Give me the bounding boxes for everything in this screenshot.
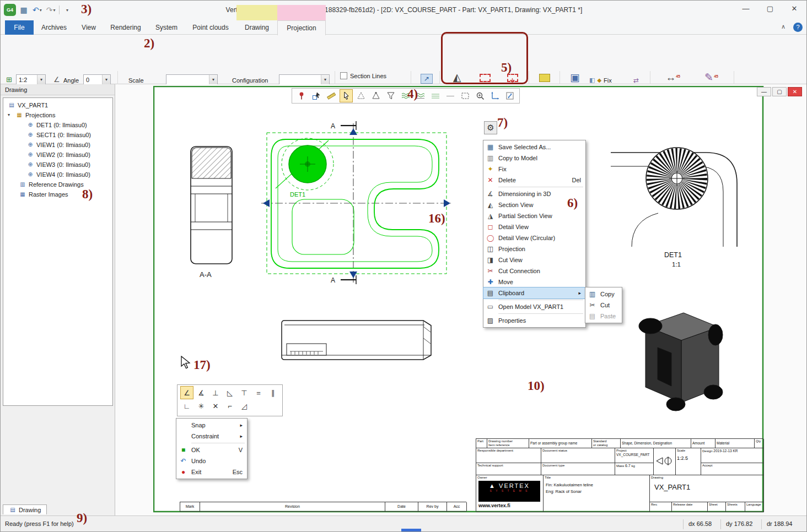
chevron-down-icon[interactable]: ▾ (8, 110, 13, 120)
mdi-minimize-button[interactable]: — (757, 87, 771, 96)
cross-snap-icon[interactable]: ✕ (209, 400, 222, 413)
select-cursor-icon[interactable] (340, 89, 353, 102)
menu-item-fix[interactable]: ✦Fix (483, 164, 585, 175)
tab-projection[interactable]: Projection (277, 20, 326, 35)
scale-combo[interactable]: ▾ (166, 74, 218, 85)
app-logo[interactable]: G4 (4, 4, 16, 16)
angle-combo[interactable]: 0▾ (83, 74, 111, 85)
combo-arrow-icon[interactable]: ▾ (321, 75, 329, 85)
thin-line-icon[interactable] (444, 89, 457, 102)
angle-arc-constraint-icon[interactable]: ∡ (195, 387, 208, 400)
tab-view[interactable]: View (74, 20, 103, 35)
measure-ruler-icon[interactable] (325, 89, 338, 102)
redo-icon: ↷ (46, 6, 53, 14)
tree-item-raster-images[interactable]: ▦Raster Images (3, 189, 112, 199)
combo-arrow-icon[interactable]: ▾ (37, 75, 45, 85)
menu-item-partial-section-view[interactable]: ◮Partial Section View (483, 210, 585, 221)
tree-item-view2[interactable]: ⊕VIEW2 (0: Ilmiasu0) (3, 150, 112, 160)
filter-icon[interactable] (384, 89, 397, 102)
menu-item-ok[interactable]: ■OKV (176, 444, 247, 455)
menu-item-snap[interactable]: Snap▸ (176, 420, 247, 431)
star-snap-icon[interactable]: ✳ (195, 400, 208, 413)
submenu-item-paste[interactable]: ▤Paste (585, 311, 622, 322)
slope-snap-icon[interactable]: ◿ (238, 400, 251, 413)
equal-constraint-icon[interactable]: = (252, 387, 265, 400)
fence-select-icon[interactable] (459, 89, 472, 102)
menu-item-exit[interactable]: ●ExitEsc (176, 466, 247, 477)
menu-item-save-selected-as[interactable]: ▦Save Selected As... (483, 142, 585, 153)
context-gear-button[interactable]: ⚙ (484, 121, 497, 134)
tab-system[interactable]: System (148, 20, 185, 35)
sidebar-bottom-tab-drawing[interactable]: ▤Drawing (3, 504, 47, 514)
triangle-constraint-icon[interactable]: ◺ (223, 387, 236, 400)
mdi-restore-button[interactable]: ▢ (772, 87, 787, 96)
menu-item-clipboard[interactable]: ▤Clipboard▸ (483, 287, 585, 298)
combo-arrow-icon[interactable]: ▾ (102, 75, 110, 85)
tree-item-det1[interactable]: ⊕DET1 (0: Ilmiasu0) (3, 120, 112, 130)
menu-item-move[interactable]: ✚Move (483, 276, 585, 287)
swap-fix-icon[interactable]: ⇄ (633, 77, 639, 84)
menu-item-delete[interactable]: ✕DeleteDel (483, 175, 585, 186)
menu-item-properties[interactable]: ▨Properties (483, 315, 585, 326)
tab-archives[interactable]: Archives (34, 20, 74, 35)
pin-icon[interactable] (295, 89, 308, 102)
menu-item-constraint[interactable]: Constraint▸ (176, 431, 247, 442)
zoom-window-icon[interactable] (474, 89, 487, 102)
tree-item-projections[interactable]: ▾▦Projections (3, 110, 112, 120)
tree-item-reference-drawings[interactable]: ▥Reference Drawings (3, 180, 112, 189)
fix-button[interactable]: ◧◆Fix (589, 77, 612, 84)
hatch-lines-flat-icon[interactable] (429, 89, 442, 102)
dropdown-arrow-icon[interactable]: ▾ (40, 8, 42, 13)
section-lines-checkbox[interactable]: Section Lines (340, 72, 386, 79)
angle-constraint-icon[interactable]: ∠ (180, 386, 193, 399)
dropdown-arrow-icon[interactable]: ▾ (53, 8, 55, 13)
menu-item-cut-view[interactable]: ◨Cut View (483, 254, 585, 265)
tb-sheets: Sheets (726, 502, 745, 512)
submenu-item-cut[interactable]: ✂Cut (585, 300, 622, 311)
tree-item-sect1[interactable]: ⊕SECT1 (0: Ilmiasu0) (3, 130, 112, 140)
paste-icon: ▤ (587, 312, 598, 320)
tree-item-view4[interactable]: ⊕VIEW4 (0: Ilmiasu0) (3, 170, 112, 180)
save-button[interactable]: ▦ (18, 4, 29, 16)
help-icon[interactable]: ? (793, 23, 803, 32)
tab-rendering[interactable]: Rendering (103, 20, 148, 35)
menu-item-detail-view-circular[interactable]: ◯Detail View (Circular) (483, 232, 585, 243)
tree-item-view3[interactable]: ⊕VIEW3 (0: Ilmiasu0) (3, 160, 112, 170)
tab-drawing[interactable]: Drawing (236, 20, 277, 35)
parallel-constraint-icon[interactable]: ∥ (266, 387, 279, 400)
menu-item-projection[interactable]: ◫Projection (483, 243, 585, 254)
mdi-close-button[interactable]: ✕ (788, 87, 802, 96)
view-section-aa[interactable]: A-A (191, 146, 232, 279)
mouse-cursor (180, 356, 192, 369)
tree-item-root[interactable]: ▤VX_PART1 (3, 100, 112, 110)
polygon-select-icon[interactable] (354, 89, 368, 102)
qat-overflow-button[interactable]: ▾ (62, 4, 73, 16)
minimize-button[interactable]: — (734, 1, 758, 17)
corner-snap-icon[interactable]: ⌐ (223, 400, 236, 413)
view-side-bottom[interactable] (282, 321, 431, 360)
menu-item-undo[interactable]: ↶Undo (176, 455, 247, 466)
right-angle-constraint-icon[interactable]: ∟ (180, 400, 193, 413)
perpendicular-constraint-icon[interactable]: ⊥ (209, 387, 222, 400)
menu-item-open-model[interactable]: ▭Open Model VX_PART1 (483, 301, 585, 312)
menu-item-copy-to-model[interactable]: ▥Copy to Model (483, 153, 585, 164)
tangent-constraint-icon[interactable]: ⊤ (238, 387, 251, 400)
tab-point-clouds[interactable]: Point clouds (185, 20, 236, 35)
origin-axes-icon[interactable] (488, 89, 502, 102)
collapse-ribbon-icon[interactable]: ∧ (781, 23, 786, 30)
polygon-lasso-icon[interactable] (369, 89, 383, 102)
tab-file[interactable]: File (5, 20, 34, 35)
close-button[interactable]: ✕ (782, 1, 806, 17)
menu-item-cut-connection[interactable]: ✂Cut Connection (483, 265, 585, 276)
menu-item-detail-view[interactable]: ◻Detail View (483, 221, 585, 232)
combo-arrow-icon[interactable]: ▾ (209, 75, 217, 85)
undo-button[interactable]: ↶▾ (31, 4, 43, 16)
sheet-scale-combo[interactable]: 1:2▾ (16, 74, 46, 85)
submenu-item-copy[interactable]: ▥Copy (585, 289, 622, 300)
fit-view-icon[interactable] (503, 89, 517, 102)
configuration-combo[interactable]: ▾ (279, 74, 330, 85)
maximize-button[interactable]: ▢ (758, 1, 782, 17)
tree-item-view1[interactable]: ⊕VIEW1 (0: Ilmiasu0) (3, 140, 112, 150)
redo-button[interactable]: ↷▾ (45, 4, 57, 16)
pick-move-icon[interactable] (310, 89, 323, 102)
